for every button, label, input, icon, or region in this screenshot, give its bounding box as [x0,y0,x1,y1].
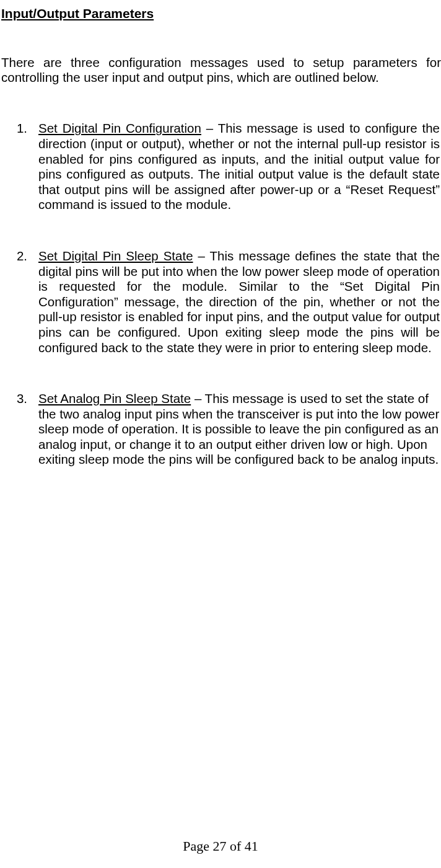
document-page: Input/Output Parameters There are three … [0,0,441,868]
numbered-list: 1. Set Digital Pin Configuration – This … [1,121,440,467]
item-number: 3. [1,391,38,467]
item-term: Set Digital Pin Sleep State [38,249,193,263]
page-footer: Page 27 of 41 [0,838,441,854]
list-item: 2. Set Digital Pin Sleep State – This me… [1,249,440,355]
item-body: Set Digital Pin Sleep State – This messa… [38,249,440,355]
item-term: Set Digital Pin Configuration [38,121,201,135]
item-number: 2. [1,249,38,355]
list-item: 1. Set Digital Pin Configuration – This … [1,121,440,213]
item-body: Set Analog Pin Sleep State – This messag… [38,391,440,467]
item-number: 1. [1,121,38,213]
item-term: Set Analog Pin Sleep State [38,391,191,405]
item-body: Set Digital Pin Configuration – This mes… [38,121,440,213]
intro-paragraph: There are three configuration messages u… [1,55,441,85]
list-item: 3. Set Analog Pin Sleep State – This mes… [1,391,440,467]
section-heading: Input/Output Parameters [1,6,441,21]
item-rest: – This message defines the state that th… [38,249,440,355]
